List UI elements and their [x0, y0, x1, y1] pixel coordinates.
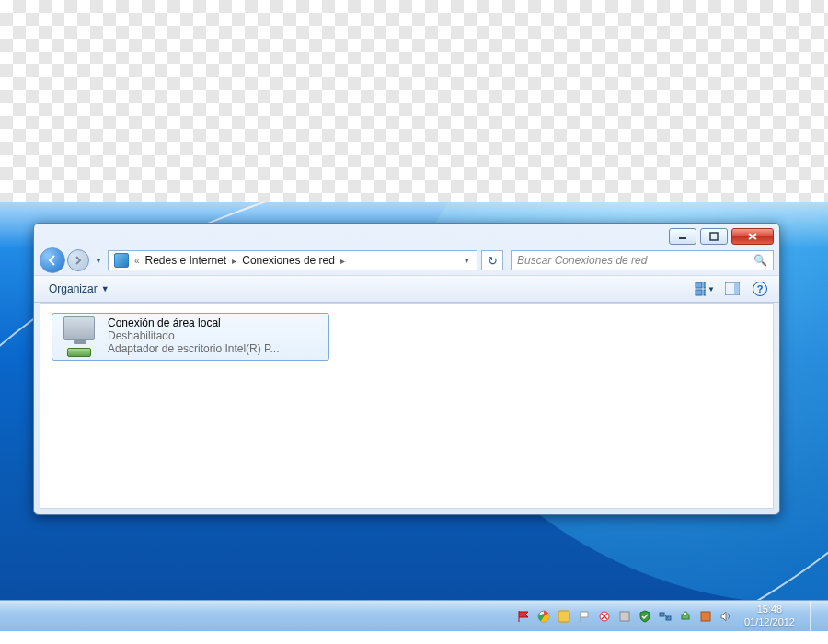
clock-time: 15:48 — [744, 604, 795, 615]
nav-back-button[interactable] — [40, 247, 65, 273]
breadcrumb-overflow[interactable]: « — [132, 256, 142, 266]
connection-adapter: Adaptador de escritorio Intel(R) P... — [108, 342, 280, 355]
preview-pane-button[interactable] — [722, 280, 742, 298]
breadcrumb-conexiones-red[interactable]: Conexiones de red — [238, 254, 339, 267]
monitor-icon — [63, 316, 95, 340]
tray-app3-icon[interactable] — [698, 609, 713, 624]
taskbar: 15:48 01/12/2012 — [0, 600, 828, 631]
svg-rect-22 — [701, 612, 710, 621]
svg-point-21 — [684, 612, 687, 615]
connection-item[interactable]: Conexión de área local Deshabilitado Ada… — [52, 313, 329, 361]
clock-date: 01/12/2012 — [744, 616, 795, 628]
tray-volume-icon[interactable] — [719, 609, 733, 624]
maximize-button[interactable] — [700, 228, 728, 245]
chevron-right-icon[interactable]: ▸ — [339, 256, 347, 266]
help-icon: ? — [753, 282, 767, 296]
titlebar — [34, 224, 779, 246]
svg-rect-6 — [696, 290, 702, 295]
location-icon — [114, 253, 129, 268]
tray-network-icon[interactable] — [658, 609, 673, 624]
connection-icon — [58, 316, 100, 357]
tray-app-icon[interactable] — [557, 609, 571, 624]
address-dropdown-icon[interactable]: ▾ — [459, 256, 475, 265]
tray-action-center-icon[interactable] — [577, 609, 592, 624]
transparency-background — [0, 0, 828, 202]
organize-button[interactable]: Organizar ▼ — [43, 281, 115, 297]
address-bar[interactable]: « Redes e Internet ▸ Conexiones de red ▸… — [108, 250, 477, 270]
close-button[interactable] — [731, 228, 774, 245]
nav-history-dropdown[interactable]: ▼ — [91, 257, 106, 265]
tray-shield-icon[interactable] — [638, 609, 652, 624]
breadcrumb-redes-internet[interactable]: Redes e Internet — [141, 254, 230, 267]
tray-flag-icon[interactable] — [516, 609, 531, 624]
chevron-down-icon: ▼ — [707, 285, 715, 293]
svg-rect-16 — [620, 612, 629, 621]
show-desktop-button[interactable] — [810, 601, 819, 632]
tray-app2-icon[interactable] — [617, 609, 632, 624]
connection-status: Deshabilitado — [108, 329, 280, 342]
nav-forward-button[interactable] — [67, 249, 89, 271]
taskbar-clock[interactable]: 15:48 01/12/2012 — [739, 604, 800, 627]
connection-name: Conexión de área local — [108, 316, 280, 329]
svg-rect-1 — [710, 233, 718, 240]
svg-rect-7 — [704, 290, 706, 295]
svg-rect-4 — [696, 282, 702, 288]
svg-rect-5 — [704, 282, 706, 288]
svg-rect-17 — [660, 613, 664, 616]
content-area: Conexión de área local Deshabilitado Ada… — [40, 303, 774, 509]
chevron-down-icon: ▼ — [101, 284, 109, 293]
view-options-button[interactable]: ▼ — [695, 280, 715, 298]
svg-rect-9 — [734, 283, 739, 294]
search-icon: 🔍 — [753, 254, 767, 267]
minimize-button[interactable] — [669, 228, 696, 245]
svg-rect-12 — [558, 611, 569, 622]
explorer-window: ▼ « Redes e Internet ▸ Conexiones de red… — [33, 223, 780, 515]
search-placeholder: Buscar Conexiones de red — [517, 254, 647, 267]
refresh-button[interactable]: ↻ — [481, 250, 503, 270]
tray-chrome-icon[interactable] — [536, 609, 551, 624]
organize-label: Organizar — [49, 282, 98, 295]
nav-row: ▼ « Redes e Internet ▸ Conexiones de red… — [34, 246, 779, 275]
tray-antivirus-icon[interactable] — [597, 609, 612, 624]
network-card-icon — [67, 348, 91, 357]
search-input[interactable]: Buscar Conexiones de red 🔍 — [511, 250, 774, 270]
tray-safely-remove-icon[interactable] — [678, 609, 693, 624]
refresh-icon: ↻ — [488, 254, 498, 268]
help-button[interactable]: ? — [750, 280, 770, 298]
toolbar: Organizar ▼ ▼ ? — [34, 275, 779, 303]
system-tray: 15:48 01/12/2012 — [516, 601, 824, 632]
chevron-right-icon[interactable]: ▸ — [230, 256, 238, 266]
bottom-margin — [0, 631, 828, 644]
